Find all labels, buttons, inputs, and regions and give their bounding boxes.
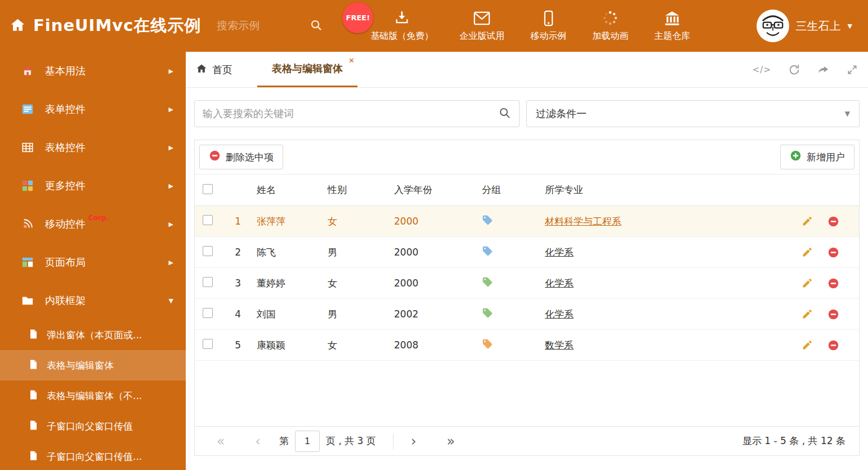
major-link[interactable]: 化学系 <box>545 277 574 289</box>
code-icon[interactable]: </> <box>753 65 771 75</box>
expand-icon[interactable] <box>847 64 858 75</box>
close-icon[interactable]: ✕ <box>348 56 355 65</box>
home-colored-icon <box>21 65 36 77</box>
sidebar-subitem-child-to-parent-2[interactable]: 子窗口向父窗口传值... <box>0 441 186 470</box>
user-menu[interactable]: 三生石上 ▼ <box>757 10 868 42</box>
keyword-search-input[interactable] <box>203 108 498 120</box>
main-area: 首页 表格与编辑窗体 ✕ </> <box>186 52 868 470</box>
edit-pencil-icon[interactable] <box>802 308 813 320</box>
refresh-icon[interactable] <box>788 64 800 76</box>
chevron-right-icon: ▶ <box>169 144 173 151</box>
sidebar-subitem-popup-window[interactable]: 弹出窗体（本页面或... <box>0 320 186 350</box>
sidebar-item-label: 移动控件 <box>45 217 86 231</box>
row-checkbox[interactable] <box>203 339 213 349</box>
home-icon <box>196 63 207 77</box>
nav-item-enterprise-trial[interactable]: 企业版试用 <box>459 10 504 42</box>
sidebar-item-page-layout[interactable]: 页面布局 ▶ <box>0 243 186 281</box>
add-user-button[interactable]: 新增用户 <box>780 145 854 169</box>
prev-page-icon[interactable]: ‹ <box>245 433 270 449</box>
share-arrow-icon[interactable] <box>817 64 830 76</box>
cell-gender: 女 <box>321 339 387 352</box>
edit-pencil-icon[interactable] <box>802 339 813 351</box>
major-link[interactable]: 材料科学与工程系 <box>545 216 621 227</box>
delete-row-icon[interactable] <box>827 308 839 320</box>
delete-row-icon[interactable] <box>827 216 839 227</box>
mobile-signal-icon <box>21 218 36 230</box>
cell-group <box>475 214 538 228</box>
edit-pencil-icon[interactable] <box>802 277 813 289</box>
sidebar-item-more-controls[interactable]: 更多控件 ▶ <box>0 167 186 205</box>
major-link[interactable]: 化学系 <box>545 247 574 258</box>
button-label: 新增用户 <box>807 151 845 164</box>
edit-pencil-icon[interactable] <box>802 247 813 258</box>
app-header: FineUIMvc在线示例 FREE! 基础版（免费） 企业版试用 移动示例 <box>0 0 868 52</box>
tab-home[interactable]: 首页 <box>196 52 232 87</box>
nav-item-loading-animation[interactable]: 加载动画 <box>592 10 628 42</box>
col-year: 入学年份 <box>387 183 475 196</box>
major-link[interactable]: 数学系 <box>545 339 574 351</box>
cell-year: 2000 <box>387 247 475 258</box>
tab-label: 表格与编辑窗体 <box>272 62 343 75</box>
first-page-icon[interactable]: « <box>208 433 233 449</box>
row-checkbox[interactable] <box>203 277 213 287</box>
row-checkbox[interactable] <box>203 215 213 225</box>
table-row[interactable]: 3 董婷婷 女 2000 化学系 <box>195 268 859 299</box>
table-row[interactable]: 2 陈飞 男 2000 化学系 <box>195 237 859 268</box>
sidebar-subitem-grid-edit-window[interactable]: 表格与编辑窗体 <box>0 350 186 381</box>
nav-item-theme-repo[interactable]: 主题仓库 <box>654 10 690 42</box>
caret-down-icon: ▼ <box>848 23 852 30</box>
bank-icon <box>664 10 681 26</box>
download-icon <box>393 10 410 26</box>
select-all-checkbox[interactable] <box>203 184 213 194</box>
table-row[interactable]: 5 康颖颖 女 2008 数学系 <box>195 330 859 361</box>
sidebar-subitem-label: 弹出窗体（本页面或... <box>47 329 142 342</box>
form-icon <box>21 103 36 115</box>
edit-pencil-icon[interactable] <box>802 216 813 227</box>
pagination-bar: « ‹ 第 页 , 共 3 页 › » 显示 1 - 5 条 , 共 12 条 <box>195 426 859 455</box>
col-name: 姓名 <box>250 183 321 196</box>
sidebar-item-form-controls[interactable]: 表单控件 ▶ <box>0 90 186 128</box>
nav-label: 基础版（免费） <box>370 30 433 42</box>
sidebar-subitem-child-to-parent[interactable]: 子窗口向父窗口传值 <box>0 411 186 441</box>
row-number: 5 <box>221 339 250 351</box>
search-icon[interactable] <box>310 19 323 34</box>
delete-row-icon[interactable] <box>827 339 839 351</box>
filter-dropdown-value: 过滤条件一 <box>536 107 587 120</box>
sidebar-item-table-controls[interactable]: 表格控件 ▶ <box>0 128 186 167</box>
chevron-right-icon: ▶ <box>169 259 173 266</box>
table-row[interactable]: 4 刘国 男 2002 化学系 <box>195 299 859 330</box>
tag-icon <box>482 276 493 288</box>
page-number-input[interactable] <box>295 431 320 452</box>
row-number: 2 <box>221 247 250 258</box>
sidebar-subitem-grid-edit-window-alt[interactable]: 表格与编辑窗体（不... <box>0 381 186 411</box>
sidebar-item-inline-frame[interactable]: 内联框架 ▼ <box>0 281 186 320</box>
table-row[interactable]: 1 张萍萍 女 2000 材料科学与工程系 <box>195 206 859 237</box>
content: 过滤条件一 ▼ 删除选中项 新增用户 <box>186 88 868 456</box>
major-link[interactable]: 化学系 <box>545 308 574 320</box>
nav-item-basic-free[interactable]: FREE! 基础版（免费） <box>370 10 433 42</box>
cell-group <box>475 338 538 352</box>
cell-gender: 男 <box>321 246 387 259</box>
chevron-right-icon: ▶ <box>169 221 173 228</box>
next-page-icon[interactable]: › <box>401 433 426 449</box>
last-page-icon[interactable]: » <box>439 433 463 449</box>
sidebar-item-mobile-controls[interactable]: 移动控件 Corp. ▶ <box>0 205 186 243</box>
plus-circle-icon <box>790 150 802 164</box>
mobile-icon <box>543 10 554 26</box>
filter-dropdown[interactable]: 过滤条件一 ▼ <box>526 100 860 127</box>
delete-row-icon[interactable] <box>827 277 839 289</box>
sidebar-item-basic-usage[interactable]: 基本用法 ▶ <box>0 52 186 90</box>
delete-selected-button[interactable]: 删除选中项 <box>199 145 283 169</box>
header-search-input[interactable] <box>217 20 310 32</box>
sidebar: 基本用法 ▶ 表单控件 ▶ 表格控件 ▶ 更多控件 ▶ 移动控件 Corp. ▶ <box>0 52 186 470</box>
chevron-right-icon: ▶ <box>169 182 173 190</box>
nav-item-mobile-demo[interactable]: 移动示例 <box>530 10 566 42</box>
page-number-group: 第 页 , 共 3 页 <box>279 431 376 452</box>
file-icon <box>28 450 39 463</box>
search-icon[interactable] <box>498 106 511 122</box>
delete-row-icon[interactable] <box>827 247 839 258</box>
brand[interactable]: FineUIMvc在线示例 <box>0 15 201 37</box>
row-checkbox[interactable] <box>203 246 213 256</box>
tab-grid-edit-window[interactable]: 表格与编辑窗体 ✕ <box>257 52 357 87</box>
row-checkbox[interactable] <box>203 308 213 318</box>
